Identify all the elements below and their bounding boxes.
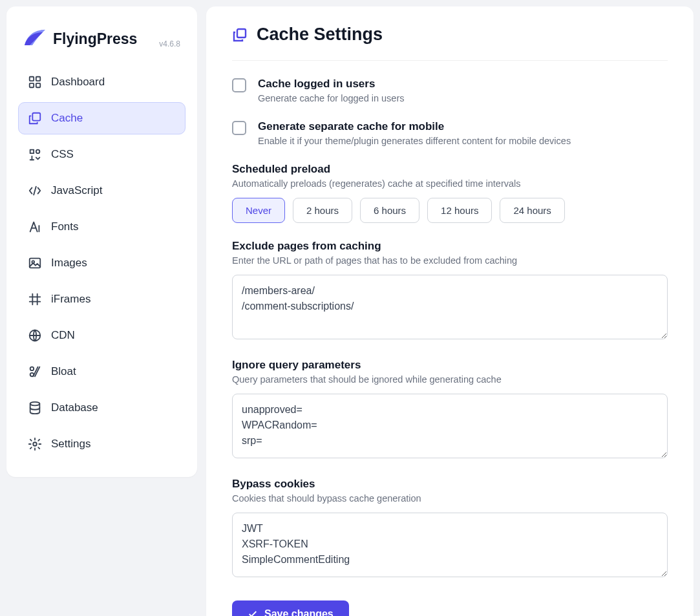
svg-point-11 [30, 402, 40, 406]
exclude-pages-desc: Enter the URL or path of pages that has … [232, 255, 668, 266]
save-button-label: Save changes [264, 608, 334, 616]
scheduled-preload-title: Scheduled preload [232, 163, 668, 176]
save-button[interactable]: Save changes [232, 600, 349, 616]
css-icon [28, 147, 42, 162]
sidebar-item-images[interactable]: Images [18, 247, 186, 279]
sidebar-item-label: CSS [51, 148, 74, 161]
sidebar-item-javascript[interactable]: JavaScript [18, 175, 186, 207]
sidebar-item-label: Fonts [51, 220, 79, 233]
cdn-icon [28, 328, 42, 343]
separate-mobile-desc: Enable it if your theme/plugin generates… [258, 136, 668, 146]
sidebar-item-iframes[interactable]: iFrames [18, 283, 186, 315]
bypass-cookies-desc: Cookies that should bypass cache generat… [232, 493, 668, 504]
preload-choice-never[interactable]: Never [232, 198, 285, 223]
option-cache-logged-in: Cache logged in users Generate cache for… [232, 78, 668, 103]
preload-choice-label: Never [246, 205, 271, 216]
brand-logo-icon [21, 26, 47, 52]
sidebar-item-cache[interactable]: Cache [18, 102, 186, 134]
option-exclude-pages: Exclude pages from caching Enter the URL… [232, 240, 668, 342]
option-scheduled-preload: Scheduled preload Automatically preloads… [232, 163, 668, 223]
sidebar-item-label: Dashboard [51, 76, 105, 89]
svg-point-12 [33, 442, 37, 446]
ignore-query-textarea[interactable] [232, 394, 668, 458]
svg-point-9 [30, 367, 34, 371]
preload-choice-2-hours[interactable]: 2 hours [293, 198, 352, 223]
preload-choice-24-hours[interactable]: 24 hours [500, 198, 564, 223]
dashboard-icon [28, 75, 42, 89]
separate-mobile-checkbox[interactable] [232, 121, 246, 135]
svg-rect-3 [36, 83, 40, 87]
javascript-icon [28, 184, 42, 198]
sidebar-nav: DashboardCacheCSSJavaScriptFontsImagesiF… [18, 66, 186, 460]
cache-logged-in-desc: Generate cache for logged in users [258, 93, 668, 103]
preload-choice-12-hours[interactable]: 12 hours [427, 198, 492, 223]
svg-rect-4 [32, 113, 40, 121]
sidebar-item-settings[interactable]: Settings [18, 428, 186, 460]
preload-choice-label: 24 hours [513, 205, 551, 216]
svg-rect-13 [237, 29, 246, 37]
sidebar-item-css[interactable]: CSS [18, 138, 186, 171]
scheduled-preload-choices: Never2 hours6 hours12 hours24 hours [232, 198, 668, 223]
sidebar-item-bloat[interactable]: Bloat [18, 356, 186, 388]
preload-choice-label: 12 hours [441, 205, 478, 216]
main-panel: Cache Settings Cache logged in users Gen… [206, 6, 694, 616]
exclude-pages-title: Exclude pages from caching [232, 240, 668, 253]
settings-icon [28, 437, 42, 451]
bypass-cookies-title: Bypass cookies [232, 478, 668, 491]
sidebar-item-database[interactable]: Database [18, 392, 186, 424]
sidebar: FlyingPress v4.6.8 DashboardCacheCSSJava… [6, 6, 197, 477]
bypass-cookies-textarea[interactable] [232, 513, 668, 577]
option-ignore-query: Ignore query parameters Query parameters… [232, 359, 668, 461]
option-separate-mobile: Generate separate cache for mobile Enabl… [232, 120, 668, 146]
svg-rect-6 [30, 259, 41, 268]
svg-rect-1 [36, 77, 40, 81]
page-title: Cache Settings [257, 25, 383, 45]
ignore-query-title: Ignore query parameters [232, 359, 668, 372]
sidebar-item-label: Database [51, 401, 98, 414]
sidebar-item-label: Settings [51, 438, 90, 451]
sidebar-item-label: CDN [51, 329, 75, 342]
preload-choice-label: 2 hours [306, 205, 339, 216]
scheduled-preload-desc: Automatically preloads (regenerates) cac… [232, 178, 668, 189]
cache-icon [232, 27, 248, 43]
iframes-icon [28, 292, 42, 306]
svg-point-5 [36, 150, 40, 154]
sidebar-item-label: JavaScript [51, 184, 102, 197]
sidebar-item-fonts[interactable]: Fonts [18, 211, 186, 243]
sidebar-item-dashboard[interactable]: Dashboard [18, 66, 186, 98]
sidebar-item-label: Bloat [51, 365, 76, 378]
separate-mobile-title: Generate separate cache for mobile [258, 120, 668, 133]
brand: FlyingPress v4.6.8 [18, 19, 186, 66]
cache-logged-in-checkbox[interactable] [232, 78, 246, 92]
database-icon [28, 401, 42, 415]
cache-logged-in-title: Cache logged in users [258, 78, 668, 90]
sidebar-item-label: iFrames [51, 293, 90, 306]
brand-name: FlyingPress [53, 30, 153, 48]
preload-choice-label: 6 hours [374, 205, 406, 216]
sidebar-item-label: Images [51, 257, 87, 270]
sidebar-item-cdn[interactable]: CDN [18, 319, 186, 352]
check-icon [248, 609, 258, 616]
preload-choice-6-hours[interactable]: 6 hours [360, 198, 419, 223]
cache-icon [28, 111, 42, 125]
sidebar-item-label: Cache [51, 112, 83, 125]
ignore-query-desc: Query parameters that should be ignored … [232, 374, 668, 385]
images-icon [28, 256, 42, 270]
exclude-pages-textarea[interactable] [232, 275, 668, 339]
svg-rect-0 [30, 77, 34, 81]
page-header: Cache Settings [232, 25, 668, 61]
bloat-icon [28, 365, 42, 379]
fonts-icon [28, 220, 42, 234]
brand-version: v4.6.8 [159, 39, 180, 48]
option-bypass-cookies: Bypass cookies Cookies that should bypas… [232, 478, 668, 580]
svg-rect-2 [30, 83, 34, 87]
